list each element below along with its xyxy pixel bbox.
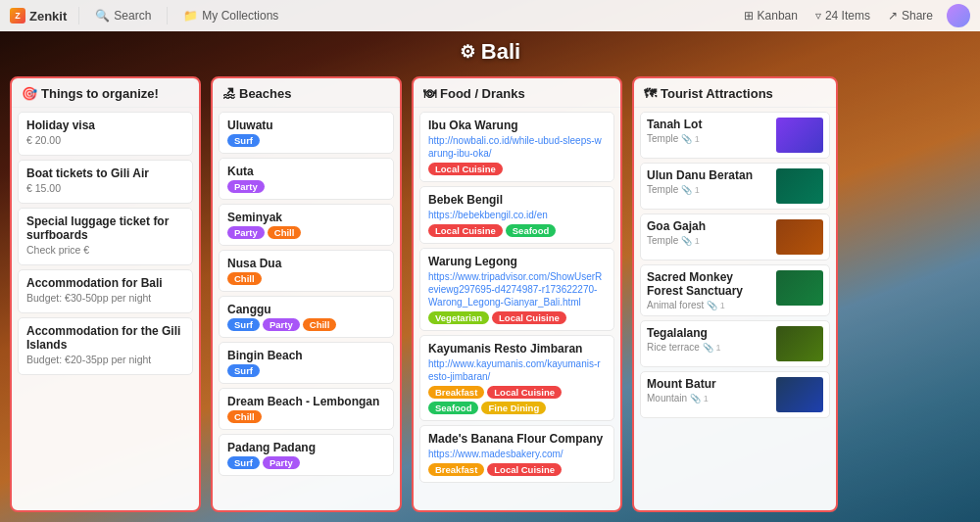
tourist-card-4[interactable]: Tegalalang Rice terrace 📎 1	[640, 320, 830, 367]
food-card-link-2: https://www.tripadvisor.com/ShowUserRevi…	[428, 270, 606, 308]
beach-card-title-2: Seminyak	[227, 211, 385, 224]
tourist-card-info-0: Tanah Lot Temple 📎 1	[647, 118, 770, 144]
column-body-beaches: UluwatuSurfKutaPartySeminyakPartyChillNu…	[213, 108, 400, 510]
things-card-4[interactable]: Accommodation for the Gili Islands Budge…	[18, 317, 193, 375]
things-card-title-2: Special luggage ticket for surfboards	[26, 214, 184, 242]
beach-card-title-1: Kuta	[227, 165, 385, 178]
tag-chill-2: Chill	[268, 226, 302, 239]
beach-card-0[interactable]: UluwatuSurf	[219, 112, 394, 154]
tourist-card-title-1: Ulun Danu Beratan	[647, 168, 770, 182]
column-icon-food: 🍽	[423, 86, 436, 101]
things-card-subtitle-1: € 15.00	[26, 182, 184, 194]
beach-card-6[interactable]: Dream Beach - LembonganChill	[219, 388, 394, 430]
tourist-card-0[interactable]: Tanah Lot Temple 📎 1	[640, 112, 830, 159]
tourist-card-img-4	[776, 326, 823, 361]
food-card-1[interactable]: Bebek Bengil https://bebekbengil.co.id/e…	[419, 186, 614, 244]
nav-search[interactable]: 🔍 Search	[91, 7, 155, 24]
nav-right: ⊞ Kanban ▿ 24 Items ↗ Share	[740, 4, 970, 27]
beach-card-2[interactable]: SeminyakPartyChill	[219, 204, 394, 246]
food-card-0[interactable]: Ibu Oka Warung http://nowbali.co.id/whil…	[419, 112, 614, 182]
beach-card-4[interactable]: CangguSurfPartyChill	[219, 296, 394, 338]
tourist-card-img-0	[776, 118, 823, 153]
things-card-title-1: Boat tickets to Gili Air	[26, 166, 184, 180]
nav-share[interactable]: ↗ Share	[884, 7, 937, 24]
tourist-card-3[interactable]: Sacred Monkey Forest Sanctuary Animal fo…	[640, 264, 830, 316]
beach-card-1[interactable]: KutaParty	[219, 158, 394, 200]
tourist-card-title-3: Sacred Monkey Forest Sanctuary	[647, 270, 770, 298]
beach-card-tags-3: Chill	[227, 272, 385, 285]
tag-party-7: Party	[263, 456, 300, 469]
column-tourist: 🗺Tourist AttractionsTanah Lot Temple 📎 1…	[632, 76, 838, 512]
food-card-tags-3: BreakfastLocal CuisineSeafoodFine Dining	[428, 386, 606, 414]
beach-card-title-0: Uluwatu	[227, 119, 385, 132]
food-card-4[interactable]: Made's Banana Flour Company https://www.…	[419, 425, 614, 483]
tag-surf-5: Surf	[227, 364, 260, 377]
beach-card-tags-2: PartyChill	[227, 226, 385, 239]
column-icon-things: 🎯	[22, 86, 37, 101]
page-title-icon: ⚙	[460, 41, 475, 63]
tag-party-4: Party	[263, 318, 300, 331]
user-avatar[interactable]	[947, 4, 970, 27]
logo-icon: Z	[10, 8, 25, 24]
app-logo[interactable]: Z Zenkit	[10, 8, 67, 24]
tourist-card-type-1: Temple 📎 1	[647, 184, 770, 195]
tag-local-cuisine-0: Local Cuisine	[428, 163, 503, 175]
column-body-things: Holiday visa € 20.00Boat tickets to Gili…	[12, 108, 199, 510]
collections-icon: 📁	[183, 9, 198, 23]
tag-party-2: Party	[227, 226, 265, 239]
nav-filter[interactable]: ▿ 24 Items	[811, 7, 874, 24]
tag-breakfast-4: Breakfast	[428, 463, 484, 476]
beach-card-title-6: Dream Beach - Lembongan	[227, 395, 385, 408]
clip-icon-3: 📎 1	[707, 301, 725, 310]
tourist-card-info-4: Tegalalang Rice terrace 📎 1	[647, 326, 770, 353]
search-icon: 🔍	[95, 9, 110, 23]
food-card-2[interactable]: Warung Legong https://www.tripadvisor.co…	[419, 248, 614, 331]
beach-card-7[interactable]: Padang PadangSurfParty	[219, 434, 394, 476]
tag-party-1: Party	[227, 180, 265, 193]
tourist-card-title-5: Mount Batur	[647, 377, 770, 391]
column-body-food: Ibu Oka Warung http://nowbali.co.id/whil…	[414, 108, 620, 510]
nav-divider-2	[167, 7, 168, 24]
tag-fine-dining-3: Fine Dining	[481, 402, 546, 414]
food-card-title-2: Warung Legong	[428, 255, 606, 268]
beach-card-tags-7: SurfParty	[227, 456, 385, 469]
kanban-board: 🎯Things to organize!Holiday visa € 20.00…	[0, 71, 980, 518]
things-card-title-0: Holiday visa	[26, 119, 184, 132]
navbar: Z Zenkit 🔍 Search 📁 My Collections ⊞ Kan…	[0, 0, 980, 31]
things-card-subtitle-4: Budget: €20-35pp per night	[26, 354, 184, 365]
nav-kanban[interactable]: ⊞ Kanban	[740, 7, 802, 24]
tourist-card-type-5: Mountain 📎 1	[647, 393, 770, 403]
things-card-subtitle-2: Check price €	[26, 244, 184, 256]
column-food: 🍽Food / DranksIbu Oka Warung http://nowb…	[412, 76, 622, 512]
beach-card-5[interactable]: Bingin BeachSurf	[219, 342, 394, 384]
food-card-3[interactable]: Kayumanis Resto Jimbaran http://www.kayu…	[419, 335, 614, 421]
column-header-tourist: 🗺Tourist Attractions	[634, 78, 836, 108]
things-card-1[interactable]: Boat tickets to Gili Air € 15.00	[18, 160, 193, 204]
food-card-tags-4: BreakfastLocal Cuisine	[428, 463, 606, 476]
column-icon-beaches: 🏖	[222, 86, 235, 101]
tourist-card-img-3	[776, 270, 823, 306]
column-title-tourist: Tourist Attractions	[661, 86, 773, 101]
tourist-card-5[interactable]: Mount Batur Mountain 📎 1	[640, 371, 830, 418]
things-card-subtitle-0: € 20.00	[26, 134, 184, 146]
things-card-3[interactable]: Accommodation for Bali Budget: €30-50pp …	[18, 269, 193, 313]
page-title-text: Bali	[481, 39, 520, 65]
tag-surf-0: Surf	[227, 134, 260, 147]
tourist-card-1[interactable]: Ulun Danu Beratan Temple 📎 1	[640, 163, 830, 210]
tag-seafood-3: Seafood	[428, 402, 478, 414]
beach-card-3[interactable]: Nusa DuaChill	[219, 250, 394, 292]
things-card-title-4: Accommodation for the Gili Islands	[26, 324, 184, 352]
food-card-title-4: Made's Banana Flour Company	[428, 432, 606, 446]
tourist-card-2[interactable]: Goa Gajah Temple 📎 1	[640, 214, 830, 261]
nav-collections[interactable]: 📁 My Collections	[179, 7, 282, 24]
tourist-card-type-4: Rice terrace 📎 1	[647, 342, 770, 353]
things-card-0[interactable]: Holiday visa € 20.00	[18, 112, 193, 156]
food-card-tags-0: Local Cuisine	[428, 163, 606, 175]
page-title: ⚙ Bali	[0, 39, 980, 65]
tag-seafood-1: Seafood	[506, 224, 556, 237]
beach-card-title-7: Padang Padang	[227, 441, 385, 454]
beach-card-tags-4: SurfPartyChill	[227, 318, 385, 331]
tourist-card-info-5: Mount Batur Mountain 📎 1	[647, 377, 770, 403]
things-card-2[interactable]: Special luggage ticket for surfboards Ch…	[18, 208, 193, 265]
tag-breakfast-3: Breakfast	[428, 386, 484, 399]
